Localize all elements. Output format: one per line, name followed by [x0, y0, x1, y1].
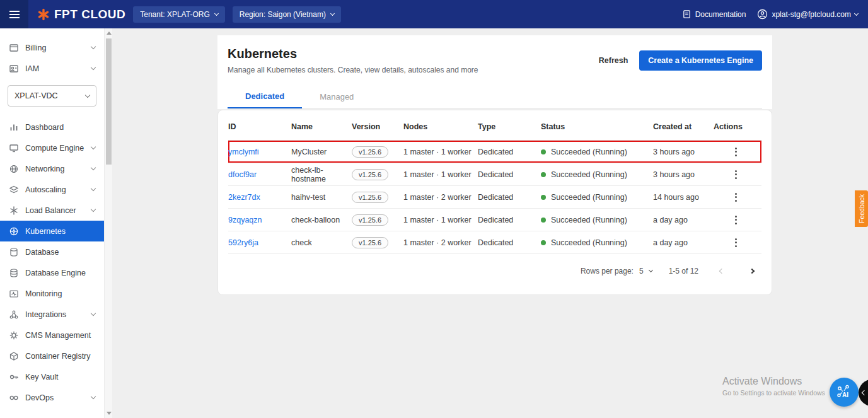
- sidebar-item-label: Database Engine: [25, 269, 86, 277]
- sidebar-item-kubernetes[interactable]: Kubernetes: [0, 221, 104, 241]
- sidebar-item-networking[interactable]: Networking: [0, 158, 104, 179]
- pagination: Rows per page: 5 1-5 of 12: [228, 254, 761, 281]
- chevron-down-icon: [91, 65, 96, 70]
- chevron-down-icon: [854, 11, 859, 15]
- tab-dedicated[interactable]: Dedicated: [228, 84, 302, 108]
- vdc-select-value: XPLAT-VDC: [14, 91, 58, 100]
- tenant-select[interactable]: Tenant: XPLAT-ORG: [133, 6, 225, 23]
- region-select[interactable]: Region: Saigon (Vietnam): [233, 6, 341, 23]
- feedback-tab[interactable]: Feedback: [855, 190, 868, 227]
- sidebar-item-label: DevOps: [25, 393, 54, 402]
- page-title: Kubernetes: [228, 47, 478, 61]
- row-actions-kebab-icon[interactable]: [730, 145, 742, 159]
- fpt-cloud-logo[interactable]: FPT CLOUD: [37, 8, 125, 21]
- sidebar-item-cms-management[interactable]: CMS Management: [0, 325, 104, 345]
- cell-status: Succeeded (Running): [541, 238, 653, 247]
- sidebar-item-key-vault[interactable]: Key Vault: [0, 366, 104, 387]
- sidebar-item-database[interactable]: Database: [0, 241, 104, 262]
- create-kubernetes-engine-button[interactable]: Create a Kubernetes Engine: [639, 50, 762, 71]
- table-row: dfocf9ar check-lb-hostname v1.25.6 1 mas…: [228, 163, 761, 186]
- database-icon: [9, 247, 19, 257]
- status-dot-icon: [541, 149, 546, 154]
- column-header-nodes: Nodes: [403, 122, 478, 131]
- windows-activation-watermark: Activate Windows Go to Settings to activ…: [722, 376, 825, 397]
- cell-status: Succeeded (Running): [541, 193, 653, 202]
- sidebar-item-label: Integrations: [25, 310, 66, 319]
- sidebar-item-label: Dashboard: [25, 123, 64, 132]
- refresh-button[interactable]: Refresh: [599, 56, 628, 65]
- status-dot-icon: [541, 240, 546, 245]
- rows-per-page-select[interactable]: Rows per page: 5: [581, 267, 652, 276]
- documentation-link[interactable]: Documentation: [682, 9, 746, 19]
- status-dot-icon: [541, 218, 546, 223]
- vdc-select[interactable]: XPLAT-VDC: [8, 85, 96, 107]
- chevron-down-icon: [91, 186, 96, 191]
- chevron-down-icon: [91, 207, 96, 212]
- next-page-button[interactable]: [745, 264, 759, 278]
- sidebar-item-container-registry[interactable]: Container Registry: [0, 345, 104, 366]
- chevron-down-icon: [214, 11, 219, 15]
- page-subtitle: Manage all Kubernetes clusters. Create, …: [228, 66, 478, 74]
- sidebar-item-compute-engine[interactable]: Compute Engine: [0, 137, 104, 158]
- cluster-id-link[interactable]: 2kezr7dx: [228, 193, 260, 202]
- iam-icon: [9, 64, 19, 74]
- cell-created-at: 14 hours ago: [653, 193, 714, 202]
- sidebar: Billing IAM XPLAT-VDC Dashboard Compute …: [0, 28, 104, 418]
- cluster-id-link[interactable]: dfocf9ar: [228, 170, 257, 179]
- cell-created-at: a day ago: [653, 238, 714, 247]
- chevron-down-icon: [91, 44, 96, 49]
- cluster-id-link[interactable]: 592ry6ja: [228, 238, 258, 247]
- tenant-label: Tenant: XPLAT-ORG: [140, 10, 210, 19]
- status-label: Succeeded (Running): [551, 148, 627, 156]
- row-actions-kebab-icon[interactable]: [730, 213, 742, 227]
- sidebar-item-integrations[interactable]: Integrations: [0, 304, 104, 325]
- pagination-range: 1-5 of 12: [669, 267, 698, 276]
- version-badge: v1.25.6: [352, 146, 388, 158]
- sidebar-item-monitoring[interactable]: Monitoring: [0, 283, 104, 304]
- chevron-down-icon: [330, 11, 335, 15]
- sidebar-item-iam[interactable]: IAM: [0, 58, 104, 79]
- sidebar-item-label: Autoscaling: [25, 185, 66, 194]
- rows-per-page-label: Rows per page:: [581, 267, 634, 276]
- menu-button[interactable]: [0, 0, 28, 28]
- row-actions-kebab-icon[interactable]: [730, 190, 742, 204]
- scroll-up-icon[interactable]: [107, 32, 112, 35]
- collapse-button[interactable]: [859, 380, 868, 406]
- previous-page-button[interactable]: [715, 264, 729, 278]
- chevron-down-icon: [91, 165, 96, 170]
- sidebar-scrollbar[interactable]: [104, 28, 112, 418]
- column-header-created-at: Created at: [653, 122, 714, 131]
- column-header-id: ID: [228, 122, 291, 131]
- row-actions-kebab-icon[interactable]: [730, 168, 742, 182]
- sidebar-item-billing[interactable]: Billing: [0, 37, 104, 58]
- version-badge: v1.25.6: [352, 237, 388, 248]
- sidebar-item-autoscaling[interactable]: Autoscaling: [0, 179, 104, 200]
- account-menu[interactable]: xplat-stg@fptcloud.com: [757, 9, 858, 20]
- sidebar-item-devops[interactable]: DevOps: [0, 387, 104, 408]
- chevron-down-icon: [91, 394, 96, 399]
- cluster-id-link[interactable]: 9zqyaqzn: [228, 216, 262, 224]
- row-actions-kebab-icon[interactable]: [730, 236, 742, 250]
- sidebar-item-database-engine[interactable]: Database Engine: [0, 262, 104, 283]
- ai-assistant-button[interactable]: AI: [830, 378, 859, 407]
- tab-managed[interactable]: Managed: [302, 84, 371, 108]
- scroll-down-icon[interactable]: [107, 412, 112, 415]
- kubernetes-icon: [9, 226, 19, 236]
- chevron-down-icon: [85, 92, 90, 97]
- sidebar-item-label: Database: [25, 248, 59, 257]
- column-header-version: Version: [352, 122, 403, 131]
- table-row: 2kezr7dx haihv-test v1.25.6 1 master · 2…: [228, 186, 761, 209]
- chevron-down-icon: [649, 268, 653, 272]
- sidebar-item-label: Networking: [25, 165, 65, 173]
- cluster-id-link[interactable]: ymclymfi: [228, 148, 259, 156]
- sidebar-item-dashboard[interactable]: Dashboard: [0, 117, 104, 137]
- status-label: Succeeded (Running): [551, 170, 627, 179]
- version-badge: v1.25.6: [352, 214, 388, 226]
- fpt-logo-icon: [37, 8, 50, 21]
- sidebar-item-label: IAM: [25, 64, 39, 73]
- svg-text:AI: AI: [842, 392, 848, 398]
- ai-network-icon: AI: [835, 383, 853, 401]
- sidebar-item-load-balancer[interactable]: Load Balancer: [0, 200, 104, 221]
- cell-created-at: a day ago: [653, 216, 714, 224]
- scrollbar-thumb[interactable]: [106, 38, 112, 165]
